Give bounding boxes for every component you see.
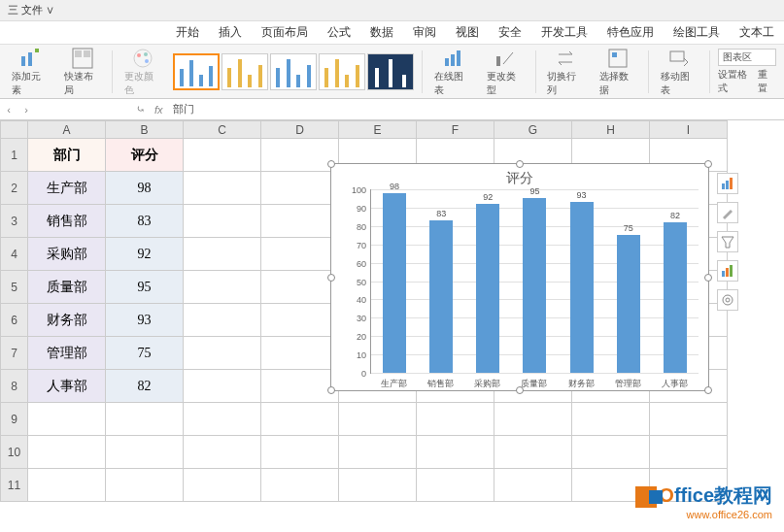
resize-handle[interactable] (704, 160, 712, 168)
cell-a7[interactable]: 管理部 (28, 337, 106, 370)
bar[interactable] (570, 202, 594, 373)
change-type-button[interactable]: 更改类型 (483, 45, 528, 99)
bar-group[interactable]: 92 (464, 189, 511, 373)
quick-layout-button[interactable]: 快速布局 (60, 45, 105, 99)
cell-b8[interactable]: 82 (106, 370, 184, 403)
bar-group[interactable]: 75 (605, 189, 652, 373)
cell[interactable] (572, 403, 650, 436)
cell[interactable] (261, 238, 339, 271)
cell[interactable] (261, 337, 339, 370)
bar[interactable] (429, 220, 453, 373)
cell-b6[interactable]: 93 (106, 304, 184, 337)
style-thumb-3[interactable] (270, 53, 317, 90)
cell[interactable] (184, 238, 261, 271)
row-header[interactable]: 2 (1, 172, 28, 205)
cell-a6[interactable]: 财务部 (28, 304, 106, 337)
col-header-h[interactable]: H (572, 121, 650, 139)
bar[interactable] (664, 222, 687, 373)
cell[interactable] (494, 469, 572, 502)
cell-b4[interactable]: 92 (106, 238, 184, 271)
cell[interactable] (106, 436, 184, 469)
bar-group[interactable]: 83 (418, 189, 464, 373)
cell[interactable] (650, 436, 728, 469)
move-chart-button[interactable]: 移动图表 (657, 45, 701, 99)
chart-area-dropdown[interactable]: 图表区 (718, 49, 776, 66)
cell-a3[interactable]: 销售部 (28, 205, 106, 238)
cell[interactable] (494, 403, 572, 436)
cell[interactable] (261, 304, 339, 337)
cell-b7[interactable]: 75 (106, 337, 184, 370)
cell[interactable] (572, 436, 650, 469)
cell-b5[interactable]: 95 (106, 271, 184, 304)
style-thumb-1[interactable] (173, 53, 220, 90)
row-header[interactable]: 9 (1, 403, 28, 436)
bar-group[interactable]: 82 (652, 189, 699, 373)
resize-handle[interactable] (704, 386, 712, 394)
cell-a8[interactable]: 人事部 (28, 370, 106, 403)
cell-a2[interactable]: 生产部 (28, 172, 106, 205)
col-header-c[interactable]: C (184, 121, 261, 139)
resize-handle[interactable] (516, 386, 524, 394)
row-header[interactable]: 3 (1, 205, 28, 238)
col-header-b[interactable]: B (106, 121, 184, 139)
cell[interactable] (417, 469, 494, 502)
menu-special[interactable]: 特色应用 (607, 24, 654, 41)
row-header[interactable]: 5 (1, 271, 28, 304)
menu-dev[interactable]: 开发工具 (541, 24, 588, 41)
col-header-i[interactable]: I (650, 121, 728, 139)
chart-plot-area[interactable]: 010203040506070809010098839295937582 (370, 189, 699, 374)
col-header-f[interactable]: F (417, 121, 494, 139)
online-chart-button[interactable]: 在线图表 (430, 45, 475, 99)
cell[interactable] (184, 337, 261, 370)
cell[interactable] (106, 469, 184, 502)
menu-draw[interactable]: 绘图工具 (673, 24, 720, 41)
cell[interactable] (184, 139, 261, 172)
col-header-d[interactable]: D (261, 121, 339, 139)
switch-rc-button[interactable]: 切换行列 (543, 45, 588, 99)
col-header-a[interactable]: A (28, 121, 106, 139)
row-header[interactable]: 4 (1, 238, 28, 271)
style-thumb-4[interactable] (319, 53, 365, 90)
menu-formula[interactable]: 公式 (327, 24, 351, 41)
row-header[interactable]: 11 (1, 469, 28, 502)
chart-elements-button[interactable] (717, 173, 738, 194)
resize-handle[interactable] (327, 274, 335, 282)
cell-a4[interactable]: 采购部 (28, 238, 106, 271)
chart-settings-button[interactable] (717, 289, 738, 311)
bar-group[interactable]: 95 (511, 189, 558, 373)
cell[interactable] (261, 139, 339, 172)
cell[interactable] (417, 403, 494, 436)
cell[interactable] (261, 436, 339, 469)
cell[interactable] (261, 403, 339, 436)
bar[interactable] (476, 204, 499, 373)
resize-handle[interactable] (516, 160, 524, 168)
chart-object[interactable]: 评分 010203040506070809010098839295937582 … (330, 163, 709, 391)
cell[interactable] (184, 469, 261, 502)
menu-start[interactable]: 开始 (176, 24, 199, 41)
prev-button[interactable]: ‹ (0, 104, 17, 116)
reset-button[interactable]: 重置 (758, 68, 776, 95)
chart-styles-button[interactable] (717, 202, 738, 223)
menu-review[interactable]: 审阅 (413, 24, 436, 41)
cell[interactable] (184, 271, 261, 304)
next-button[interactable]: › (17, 104, 35, 116)
cell[interactable] (184, 172, 261, 205)
cell[interactable] (184, 205, 261, 238)
chart-filter-button[interactable] (717, 231, 738, 252)
row-header[interactable]: 6 (1, 304, 28, 337)
cell-a1[interactable]: 部门 (28, 139, 106, 172)
cell[interactable] (261, 469, 339, 502)
menu-layout[interactable]: 页面布局 (261, 24, 308, 41)
cell[interactable] (28, 469, 106, 502)
style-thumb-2[interactable] (222, 53, 268, 90)
bar[interactable] (617, 235, 640, 373)
cell[interactable] (261, 370, 339, 403)
col-header-e[interactable]: E (339, 121, 417, 139)
row-header[interactable]: 1 (1, 139, 28, 172)
change-color-button[interactable]: 更改颜色 (120, 45, 165, 99)
bar[interactable] (383, 193, 406, 373)
set-format-button[interactable]: 设置格式 (718, 68, 755, 95)
resize-handle[interactable] (327, 386, 335, 394)
cell[interactable] (494, 436, 572, 469)
cell[interactable] (184, 304, 261, 337)
